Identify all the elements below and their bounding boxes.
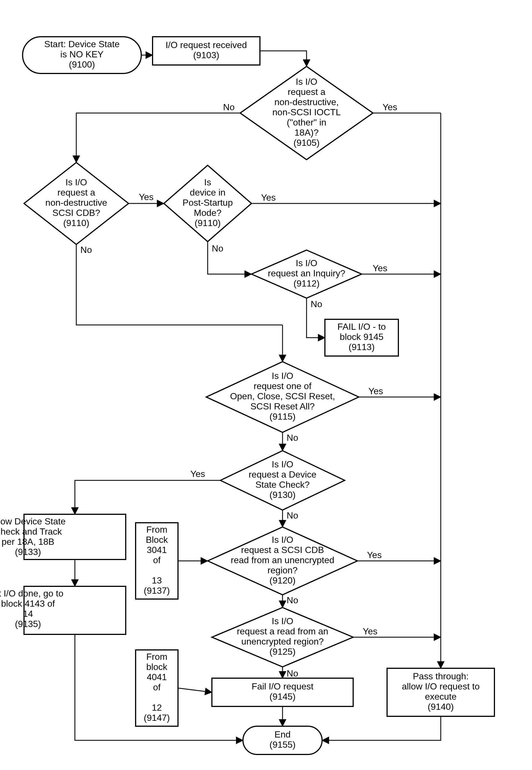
svg-text:request a SCSI CDB: request a SCSI CDB [241, 545, 324, 555]
svg-text:Start:  Device State: Start: Device State [44, 39, 120, 49]
svg-text:device in: device in [190, 187, 225, 198]
start-node: Start: Device Stateis NO KEY(9100) [23, 37, 141, 73]
edge-label: No [287, 668, 298, 678]
edge [178, 688, 212, 692]
svg-text:region?: region? [268, 565, 298, 575]
node-9140: Pass through:allow I/O request toexecute… [387, 668, 494, 716]
end-node: End(9155) [243, 726, 322, 754]
svg-text:(9112): (9112) [294, 278, 320, 289]
svg-text:(9110): (9110) [195, 218, 221, 228]
svg-text:Is I/O: Is I/O [66, 177, 87, 187]
svg-text:(9110): (9110) [63, 218, 90, 228]
node-9147: Fromblock4041of12(9147) [136, 650, 178, 726]
svg-text:Is I/O: Is I/O [272, 371, 293, 381]
svg-text:(9103): (9103) [193, 50, 220, 60]
svg-text:(9100): (9100) [69, 59, 95, 70]
edge [75, 480, 220, 514]
svg-text:(9130): (9130) [270, 490, 296, 500]
svg-text:request an Inquiry?: request an Inquiry? [268, 268, 345, 278]
svg-text:Mode?: Mode? [194, 208, 222, 218]
edge-label: Yes [139, 192, 153, 202]
node-9137: FromBlock3041of13(9137) [136, 523, 178, 599]
svg-text:(9105): (9105) [294, 138, 320, 148]
svg-text:SCSI CDB?: SCSI CDB? [53, 208, 100, 218]
edge-label: Yes [190, 469, 205, 479]
node-9113: FAIL I/O - toblock 9145(9113) [325, 319, 398, 356]
node-9130: Is I/Orequest a DeviceState Check?(9130) [220, 451, 345, 510]
svg-text:per        18A, 18B: per 18A, 18B [2, 537, 55, 547]
node-9135: At I/O done, go toblock 4143 of14(9135) [0, 586, 126, 634]
node-9145: Fail I/O request(9145) [212, 678, 353, 706]
svg-text:12: 12 [152, 702, 162, 713]
edge-label: Yes [367, 550, 382, 560]
svg-text:18A)?: 18A)? [294, 127, 318, 138]
svg-text:(9147): (9147) [144, 713, 170, 723]
edge-label: No [212, 243, 223, 253]
edge-label: No [81, 245, 92, 255]
svg-text:non-destructive: non-destructive [45, 198, 107, 208]
svg-text:non-SCSI IOCTL: non-SCSI IOCTL [272, 107, 341, 117]
svg-text:(9145): (9145) [270, 691, 296, 702]
svg-text:allow I/O request to: allow I/O request to [402, 681, 480, 691]
svg-text:I/O request received: I/O request received [166, 40, 247, 50]
flowchart-canvas: Start: Device Stateis NO KEY(9100)I/O re… [0, 0, 532, 770]
svg-text:(9120): (9120) [270, 575, 296, 585]
node-9105: Is I/Orequest anon-destructive,non-SCSI … [240, 66, 373, 160]
edge [260, 51, 307, 66]
svg-text:request one of: request one of [254, 381, 312, 391]
svg-text:of: of [153, 555, 161, 565]
svg-text:block 9145: block 9145 [340, 332, 384, 342]
svg-text:14: 14 [23, 609, 33, 619]
svg-text:FAIL I/O - to: FAIL I/O - to [337, 322, 386, 332]
svg-text:End: End [275, 729, 291, 739]
svg-text:(9137): (9137) [144, 585, 170, 596]
svg-text:("other" in: ("other" in [287, 117, 326, 127]
svg-text:4041: 4041 [147, 672, 167, 682]
node-9110b: Isdevice inPost-StartupMode?(9110) [164, 165, 251, 242]
node-9110a: Is I/Orequest anon-destructiveSCSI CDB?(… [24, 162, 129, 244]
svg-text:At I/O done, go to: At I/O done, go to [0, 588, 63, 598]
svg-text:(9155): (9155) [270, 739, 296, 750]
edge [322, 716, 441, 740]
svg-text:request a: request a [288, 87, 325, 97]
svg-text:Is I/O: Is I/O [272, 459, 293, 469]
svg-text:block 4143 of: block 4143 of [1, 598, 55, 609]
svg-text:3041: 3041 [147, 545, 167, 555]
svg-text:Is I/O: Is I/O [272, 616, 293, 626]
svg-text:From: From [146, 652, 168, 662]
svg-text:Open, Close, SCSI Reset,: Open, Close, SCSI Reset, [230, 391, 335, 401]
edge-label: Yes [373, 263, 387, 273]
edge-label: No [223, 102, 235, 112]
svg-text:(9113): (9113) [349, 342, 375, 352]
svg-text:13: 13 [152, 575, 162, 585]
svg-text:(9135): (9135) [15, 619, 41, 629]
node-9133: Allow Device StateCheck and Trackper 18A… [0, 514, 126, 559]
svg-text:Is I/O: Is I/O [296, 77, 317, 87]
svg-text:of: of [153, 682, 161, 692]
node-9112: Is I/Orequest an Inquiry?(9112) [251, 250, 362, 298]
edge-label: Yes [261, 192, 276, 203]
edge-label: Yes [383, 102, 397, 112]
edge-label: Yes [363, 626, 377, 636]
svg-text:Block: Block [146, 535, 168, 545]
svg-text:State Check?: State Check? [255, 480, 310, 490]
edge-label: No [287, 510, 298, 520]
svg-text:read from an unencrypted: read from an unencrypted [231, 555, 334, 565]
svg-text:Is: Is [204, 177, 211, 187]
svg-text:request a Device: request a Device [249, 469, 316, 480]
svg-text:block: block [146, 662, 168, 672]
svg-text:execute: execute [425, 691, 457, 702]
svg-text:Allow Device State: Allow Device State [0, 516, 66, 526]
edge [76, 244, 283, 325]
svg-text:is NO KEY: is NO KEY [60, 49, 104, 59]
svg-text:Is I/O: Is I/O [272, 535, 293, 545]
svg-text:(9140): (9140) [428, 702, 454, 712]
node-9120: Is I/Orequest a SCSI CDBread from an une… [208, 527, 357, 595]
svg-text:SCSI Reset All?: SCSI Reset All? [250, 401, 315, 411]
svg-text:(9125): (9125) [270, 647, 296, 657]
svg-text:From: From [146, 524, 168, 535]
edge [76, 113, 240, 162]
svg-text:(9115): (9115) [270, 411, 296, 422]
node-9115: Is I/Orequest one ofOpen, Close, SCSI Re… [206, 362, 359, 432]
node-9103: I/O request received(9103) [153, 37, 260, 65]
